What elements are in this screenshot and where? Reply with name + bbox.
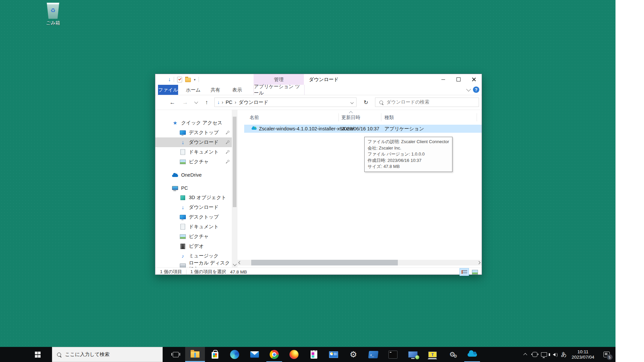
sidebar-item-documents[interactable]: ドキュメント — [155, 147, 237, 157]
taskbar-search-input[interactable]: ここに入力して検索 — [52, 347, 163, 362]
sidebar-item-local-disk-c[interactable]: ローカル ディスク (C:) — [155, 261, 237, 267]
sidebar-item-label: PC — [181, 185, 188, 191]
recent-locations-dropdown-icon[interactable] — [192, 95, 200, 110]
taskbar-app-powershell[interactable]: ›_ — [363, 347, 383, 362]
clock[interactable]: 10:11 2023/07/04 — [569, 347, 597, 362]
ime-mode-button[interactable]: あ — [559, 347, 569, 362]
taskbar-app-microsoft-store[interactable] — [205, 347, 225, 362]
sidebar-scrollbar[interactable] — [232, 110, 237, 267]
navigation-pane: ★ クイック アクセス デスクトップ ↓ ダウンロード ドキュメント — [155, 110, 237, 267]
taskbar-app-zscaler[interactable] — [462, 347, 482, 362]
tab-home[interactable]: ホーム — [183, 85, 203, 95]
network-button[interactable] — [539, 347, 549, 362]
scroll-right-icon[interactable] — [477, 261, 481, 264]
maximize-button[interactable] — [451, 74, 466, 85]
taskbar-app-admin-dashboard[interactable] — [324, 347, 343, 362]
tab-application-tools[interactable]: アプリケーション ツール — [254, 85, 305, 95]
chrome-icon — [270, 350, 279, 359]
taskbar-app-firefox[interactable] — [284, 347, 304, 362]
taskbar-app-settings[interactable]: ⚙ — [343, 347, 363, 362]
sidebar-item-downloads-pc[interactable]: ↓ ダウンロード — [155, 202, 237, 212]
sidebar-item-pictures-pc[interactable]: ピクチャ — [155, 232, 237, 241]
new-folder-icon[interactable] — [185, 78, 191, 82]
sidebar-item-desktop-pc[interactable]: デスクトップ — [155, 212, 237, 222]
up-button[interactable]: ↑ — [202, 95, 212, 110]
sidebar-item-quick-access[interactable]: ★ クイック アクセス — [155, 118, 237, 128]
task-view-button[interactable] — [168, 347, 183, 362]
sidebar-item-videos[interactable]: ビデオ — [155, 241, 237, 251]
divider — [186, 269, 186, 275]
address-bar[interactable]: ↓ › PC › ダウンロード — [214, 98, 357, 107]
scroll-left-icon[interactable] — [238, 261, 242, 264]
customize-toolbar-dropdown-icon[interactable]: ▾ — [194, 78, 196, 81]
divider — [174, 77, 174, 82]
details-view-button[interactable] — [460, 268, 469, 276]
scrollbar-thumb[interactable] — [233, 117, 236, 207]
action-center-button[interactable]: 5 — [597, 347, 615, 362]
window-title: ダウンロード — [309, 74, 339, 85]
start-button[interactable] — [30, 347, 46, 362]
refresh-button[interactable]: ↻ — [361, 98, 371, 107]
column-divider[interactable] — [338, 113, 339, 121]
search-box[interactable]: ダウンロードの検索 — [375, 98, 479, 107]
search-icon — [57, 353, 61, 357]
taskbar-app-services[interactable]: ⚙⚙ — [442, 347, 462, 362]
volume-button[interactable] — [549, 347, 559, 362]
sidebar-item-pictures[interactable]: ピクチャ — [155, 157, 237, 167]
taskbar-app-notes[interactable] — [304, 347, 324, 362]
scroll-down-icon[interactable] — [233, 262, 236, 266]
show-hidden-icons-button[interactable] — [520, 347, 530, 362]
taskbar-app-remote-desktop[interactable] — [403, 347, 423, 362]
breadcrumb-downloads[interactable]: ダウンロード — [236, 99, 271, 106]
sidebar-item-documents-pc[interactable]: ドキュメント — [155, 222, 237, 232]
address-dropdown-icon[interactable] — [347, 101, 356, 104]
sidebar-item-downloads[interactable]: ↓ ダウンロード — [155, 137, 237, 147]
collapse-ribbon-icon[interactable] — [466, 87, 471, 92]
forward-button[interactable]: → — [180, 95, 190, 110]
taskbar-app-mail[interactable] — [245, 347, 264, 362]
properties-icon[interactable] — [177, 77, 182, 82]
column-header-type[interactable]: 種類 — [384, 115, 394, 121]
taskbar-app-file-explorer[interactable] — [185, 347, 205, 362]
help-button[interactable]: ? — [473, 86, 479, 93]
scrollbar-thumb[interactable] — [251, 260, 398, 265]
file-row-zscaler-installer[interactable]: Zscaler-windows-4.1.0.102-installer-x64.… — [244, 125, 482, 133]
tooltip-line: 会社: Zscaler Inc. — [368, 145, 449, 152]
sidebar-item-3d-objects[interactable]: 3D オブジェクト — [155, 193, 237, 202]
close-button[interactable] — [466, 74, 482, 85]
recycle-bin-desktop-icon[interactable]: ♻ ごみ箱 — [40, 3, 66, 26]
tab-file[interactable]: ファイル — [158, 85, 178, 95]
sidebar-item-onedrive[interactable]: OneDrive — [155, 170, 237, 180]
sidebar-item-music[interactable]: ♪ ミュージック — [155, 251, 237, 261]
recycle-bin-label: ごみ箱 — [40, 20, 66, 26]
taskbar-app-command-prompt[interactable] — [383, 347, 403, 362]
horizontal-scrollbar[interactable] — [237, 260, 482, 265]
back-button[interactable]: ← — [167, 95, 177, 110]
tray-status-button[interactable] — [530, 347, 539, 362]
sidebar-item-label: ピクチャ — [189, 233, 209, 240]
taskbar-app-chrome[interactable] — [264, 347, 284, 362]
column-divider[interactable] — [477, 113, 477, 121]
tab-share[interactable]: 共有 — [207, 85, 224, 95]
minimize-button[interactable] — [435, 74, 451, 85]
title-bar[interactable]: ↓ ▾ 管理 ダウンロード — [155, 74, 482, 85]
column-divider[interactable] — [381, 113, 381, 121]
edge-icon — [230, 350, 239, 359]
taskbar-app-edge[interactable] — [225, 347, 245, 362]
column-header-modified[interactable]: 更新日時 — [341, 115, 360, 121]
tab-view[interactable]: 表示 — [228, 85, 246, 95]
file-type: アプリケーション — [384, 125, 424, 133]
sidebar-item-desktop[interactable]: デスクトップ — [155, 128, 237, 137]
thumbnail-view-button[interactable] — [470, 268, 480, 276]
onedrive-cloud-icon — [172, 172, 178, 178]
pin-icon — [226, 140, 229, 144]
sidebar-item-pc[interactable]: PC — [155, 183, 237, 193]
taskbar-app-teraterm[interactable]: T — [423, 347, 442, 362]
tooltip-line: ファイル バージョン: 1.0.0.0 — [368, 151, 449, 158]
breadcrumb-pc[interactable]: PC — [223, 100, 235, 105]
microsoft-store-icon — [212, 352, 218, 359]
sidebar-item-label: OneDrive — [181, 172, 202, 178]
column-header-name[interactable]: 名前 — [250, 115, 259, 121]
recycle-symbol-icon: ♻ — [46, 7, 60, 14]
sidebar-item-label: ミュージック — [189, 253, 219, 259]
